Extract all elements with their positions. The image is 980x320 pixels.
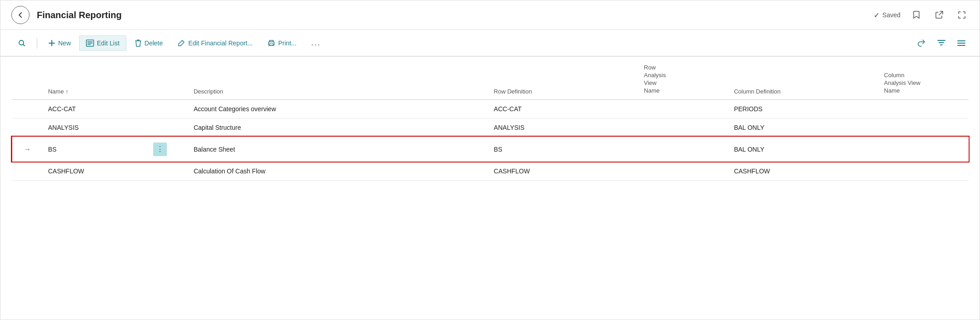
header-actions: ✓ Saved <box>874 8 969 22</box>
table-row[interactable]: ANALYSISCapital StructureANALYSISBAL ONL… <box>12 118 969 137</box>
table-row[interactable]: ACC-CATAccount Categories overviewACC-CA… <box>12 99 969 118</box>
more-button[interactable]: ... <box>305 34 327 51</box>
data-table: Name ↑ Description Row Definition RowAna… <box>11 57 969 181</box>
print-button[interactable]: Print... <box>261 35 303 51</box>
col-coldef-label: Column Definition <box>734 88 781 95</box>
col-colanalysis-header[interactable]: ColumnAnalysis ViewName <box>879 57 969 99</box>
cell-name: BS <box>43 137 148 162</box>
sort-asc-icon: ↑ <box>65 89 68 95</box>
cell-column-definition: CASHFLOW <box>729 162 879 180</box>
cell-row-definition: ACC-CAT <box>488 99 638 118</box>
delete-label: Delete <box>145 39 163 47</box>
cell-row-analysis-view-name <box>639 99 729 118</box>
col-colanalysis-label: ColumnAnalysis ViewName <box>884 72 920 94</box>
cell-name: ACC-CAT <box>43 99 148 118</box>
table-row[interactable]: →BS⋮Balance SheetBSBAL ONLY <box>12 137 969 162</box>
expand-button[interactable] <box>955 8 969 22</box>
col-rowdef-header[interactable]: Row Definition <box>488 57 638 99</box>
cell-column-definition: BAL ONLY <box>729 118 879 137</box>
col-name-label: Name <box>48 88 64 95</box>
print-label: Print... <box>278 39 296 47</box>
col-action-header <box>148 57 188 99</box>
edit-report-label: Edit Financial Report... <box>188 39 253 47</box>
cell-row-definition: CASHFLOW <box>488 162 638 180</box>
col-rowanalysis-label: RowAnalysisViewName <box>644 64 666 94</box>
check-icon: ✓ <box>874 11 880 20</box>
edit-list-button[interactable]: Edit List <box>79 35 126 51</box>
saved-indicator: ✓ Saved <box>874 11 900 20</box>
toolbar: New Edit List Delete Edit Financial Repo… <box>0 30 980 57</box>
row-arrow-indicator: → <box>12 137 43 162</box>
cell-action <box>148 162 188 180</box>
col-rowdef-label: Row Definition <box>494 88 532 95</box>
toolbar-separator-1 <box>37 38 37 49</box>
columns-button[interactable] <box>954 36 969 50</box>
cell-description: Capital Structure <box>188 118 488 137</box>
cell-column-definition: BAL ONLY <box>729 137 879 162</box>
table-container: Name ↑ Description Row Definition RowAna… <box>0 57 980 181</box>
toolbar-right <box>914 36 969 50</box>
new-button[interactable]: New <box>42 36 77 50</box>
cell-action <box>148 118 188 137</box>
row-arrow-indicator <box>12 162 43 180</box>
row-arrow-indicator <box>12 118 43 137</box>
svg-rect-3 <box>270 44 273 45</box>
cell-action <box>148 99 188 118</box>
row-context-menu-button[interactable]: ⋮ <box>153 143 167 156</box>
cell-description: Balance Sheet <box>188 137 488 162</box>
cell-action: ⋮ <box>148 137 188 162</box>
page-title: Financial Reporting <box>37 10 866 20</box>
cell-description: Account Categories overview <box>188 99 488 118</box>
cell-column-analysis-view-name <box>879 162 969 180</box>
edit-report-button[interactable]: Edit Financial Report... <box>171 35 259 51</box>
search-button[interactable] <box>11 35 32 51</box>
cell-column-definition: PERIODS <box>729 99 879 118</box>
cell-row-analysis-view-name <box>639 162 729 180</box>
cell-name: ANALYSIS <box>43 118 148 137</box>
cell-row-definition: ANALYSIS <box>488 118 638 137</box>
saved-label: Saved <box>882 11 900 19</box>
table-body: ACC-CATAccount Categories overviewACC-CA… <box>12 99 969 180</box>
cell-row-analysis-view-name <box>639 118 729 137</box>
cell-column-analysis-view-name <box>879 137 969 162</box>
cell-column-analysis-view-name <box>879 99 969 118</box>
share-button[interactable] <box>914 36 929 50</box>
col-desc-header[interactable]: Description <box>188 57 488 99</box>
row-arrow-indicator <box>12 99 43 118</box>
delete-button[interactable]: Delete <box>128 35 169 51</box>
edit-list-label: Edit List <box>97 39 120 47</box>
header: Financial Reporting ✓ Saved <box>0 0 980 30</box>
col-desc-label: Description <box>194 88 223 95</box>
cell-row-analysis-view-name <box>639 137 729 162</box>
filter-button[interactable] <box>934 36 949 50</box>
table-header-row: Name ↑ Description Row Definition RowAna… <box>12 57 969 99</box>
cell-column-analysis-view-name <box>879 118 969 137</box>
cell-row-definition: BS <box>488 137 638 162</box>
col-indicator-header <box>12 57 43 99</box>
cell-name: CASHFLOW <box>43 162 148 180</box>
bookmark-button[interactable] <box>910 8 923 22</box>
more-label: ... <box>311 38 320 48</box>
cell-description: Calculation Of Cash Flow <box>188 162 488 180</box>
app-container: Financial Reporting ✓ Saved <box>0 0 980 320</box>
back-button[interactable] <box>11 6 30 24</box>
table-row[interactable]: CASHFLOWCalculation Of Cash FlowCASHFLOW… <box>12 162 969 180</box>
col-name-header[interactable]: Name ↑ <box>43 57 148 99</box>
col-coldef-header[interactable]: Column Definition <box>729 57 879 99</box>
open-in-new-button[interactable] <box>932 8 946 22</box>
col-rowanalysis-header[interactable]: RowAnalysisViewName <box>639 57 729 99</box>
new-label: New <box>58 39 71 47</box>
